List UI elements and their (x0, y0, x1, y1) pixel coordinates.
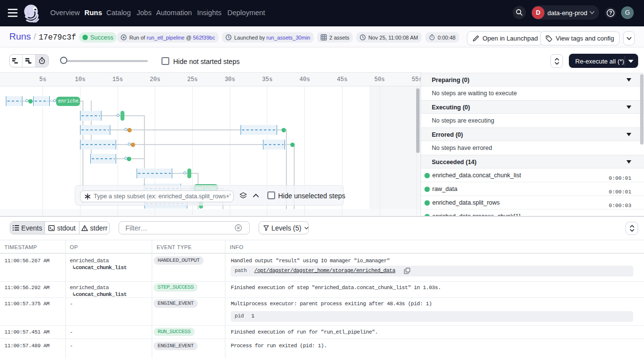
svg-text:?: ? (609, 10, 612, 16)
